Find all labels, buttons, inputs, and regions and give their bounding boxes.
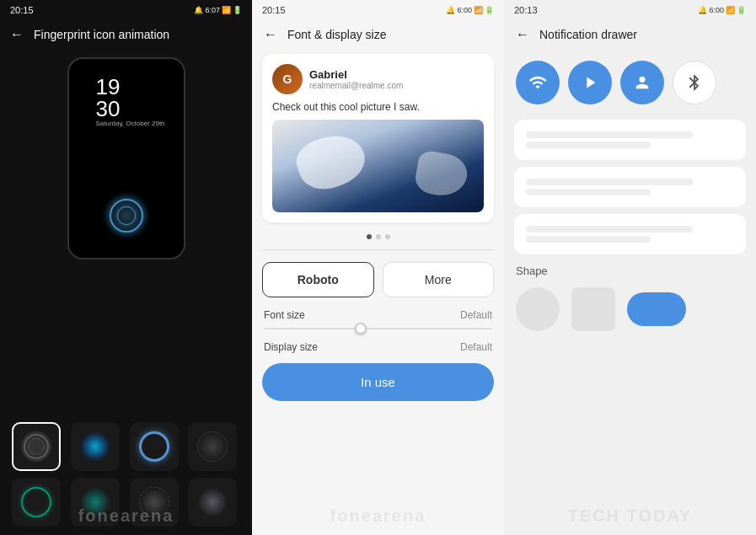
email-body: Check out this cool picture I saw. xyxy=(272,101,484,113)
panel-fingerprint: 20:15 🔔 6:07 📶 🔋 ← Fingerprint icon anim… xyxy=(0,0,252,535)
panel-notification-drawer: 20:13 🔔 6:00 📶 🔋 ← Notification drawer xyxy=(504,0,756,535)
status-time-3: 20:13 xyxy=(514,5,538,15)
panel1-title: Fingerprint icon animation xyxy=(34,28,169,41)
panel3-title: Notification drawer xyxy=(539,28,637,41)
divider xyxy=(262,249,494,250)
page-indicators xyxy=(252,234,504,239)
phone-mockup: 19 30 Saturday, October 29th xyxy=(67,57,185,259)
flower-icon xyxy=(197,487,228,517)
email-preview-card: G Gabriel realmemail@realme.com Check ou… xyxy=(262,54,494,222)
wave-icon xyxy=(80,487,110,517)
dot-3 xyxy=(385,234,390,239)
sender-info: Gabriel realmemail@realme.com xyxy=(309,68,403,90)
notif-line-3 xyxy=(526,179,693,185)
status-bar-3: 20:13 🔔 6:00 📶 🔋 xyxy=(504,0,756,20)
shape-pill-option[interactable] xyxy=(516,287,560,331)
back-arrow-1[interactable]: ← xyxy=(10,27,24,42)
sender-email: realmemail@realme.com xyxy=(309,81,403,90)
font-size-row: Font size Default xyxy=(252,306,504,324)
phone-hour: 19 xyxy=(95,76,164,98)
spiral-icon xyxy=(21,431,51,462)
notif-line-2 xyxy=(526,142,651,148)
status-icons-1: 🔔 6:07 📶 🔋 xyxy=(194,6,242,14)
quick-toggle-row xyxy=(504,52,756,113)
email-image xyxy=(272,120,484,212)
font-size-slider[interactable] xyxy=(264,328,492,329)
display-size-row: Display size Default xyxy=(252,338,504,356)
icon-cell-spiky[interactable] xyxy=(71,422,120,471)
phone-date: Saturday, October 29th xyxy=(95,120,164,127)
fingerprint-inner-ring xyxy=(110,199,143,233)
animation-icon-grid xyxy=(0,414,252,535)
avatar: G xyxy=(272,64,303,94)
panel2-header: ← Font & display size xyxy=(252,20,504,49)
panel1-header: ← Fingerprint icon animation xyxy=(0,20,252,49)
font-btn-roboto[interactable]: Roboto xyxy=(262,262,374,297)
email-sender-row: G Gabriel realmemail@realme.com xyxy=(272,64,484,94)
icon-cell-web[interactable] xyxy=(130,478,179,527)
panel-font-display: 20:15 🔔 6:00 📶 🔋 ← Font & display size G… xyxy=(252,0,504,535)
status-bar-1: 20:15 🔔 6:07 📶 🔋 xyxy=(0,0,252,20)
status-time-1: 20:15 xyxy=(10,5,34,15)
ring-green-icon xyxy=(21,487,51,517)
icon-cell-spiral[interactable] xyxy=(12,422,61,471)
sender-name: Gabriel xyxy=(309,68,403,81)
notif-line-6 xyxy=(526,236,651,243)
contact-toggle[interactable] xyxy=(620,61,664,104)
phone-minute: 30 xyxy=(95,98,164,120)
bluetooth-toggle[interactable] xyxy=(673,61,716,104)
slider-thumb[interactable] xyxy=(355,323,367,334)
icon-cell-ring-green[interactable] xyxy=(12,478,61,527)
display-size-label: Display size xyxy=(264,341,318,353)
ghost-icon xyxy=(197,431,228,462)
in-use-button[interactable]: In use xyxy=(262,363,494,401)
font-selector-buttons: Roboto More xyxy=(262,262,494,297)
status-icons-2: 🔔 6:00 📶 🔋 xyxy=(446,6,494,14)
icon-cell-flower[interactable] xyxy=(188,478,237,527)
status-time-2: 20:15 xyxy=(262,5,286,15)
phone-time-display: 19 30 Saturday, October 29th xyxy=(87,76,164,127)
status-bar-2: 20:15 🔔 6:00 📶 🔋 xyxy=(252,0,504,20)
notif-card-3 xyxy=(514,214,746,254)
shape-stadium-option[interactable] xyxy=(627,292,686,326)
back-arrow-3[interactable]: ← xyxy=(516,27,529,42)
shape-section-label: Shape xyxy=(504,258,756,281)
web-icon xyxy=(139,487,169,517)
spiky-icon xyxy=(80,431,110,462)
font-size-default: Default xyxy=(460,309,492,321)
shape-options-row xyxy=(504,281,756,338)
back-arrow-2[interactable]: ← xyxy=(264,27,277,42)
watermark-3: TECH TODAY xyxy=(504,505,756,527)
notif-line-5 xyxy=(526,226,693,233)
panel3-header: ← Notification drawer xyxy=(504,20,756,49)
dot-2 xyxy=(376,234,381,239)
wifi-toggle[interactable] xyxy=(516,61,560,104)
data-toggle[interactable] xyxy=(568,61,612,104)
panel2-title: Font & display size xyxy=(287,28,387,41)
notif-line-4 xyxy=(526,189,651,195)
dot-1 xyxy=(367,234,372,239)
shape-rect-option[interactable] xyxy=(571,287,615,331)
font-btn-more[interactable]: More xyxy=(383,262,495,297)
notif-card-2 xyxy=(514,167,746,207)
icon-cell-circle-blue[interactable] xyxy=(130,422,179,471)
status-icons-3: 🔔 6:00 📶 🔋 xyxy=(698,6,746,14)
icon-cell-wave[interactable] xyxy=(71,478,120,527)
notif-card-1 xyxy=(514,120,746,160)
notif-line-1 xyxy=(526,131,693,138)
fingerprint-animation xyxy=(101,190,152,241)
font-size-label: Font size xyxy=(264,309,305,321)
watermark-2: fonearena xyxy=(252,505,504,527)
display-size-default: Default xyxy=(460,341,492,353)
circle-blue-icon xyxy=(139,431,169,462)
icon-cell-ghost[interactable] xyxy=(188,422,237,471)
